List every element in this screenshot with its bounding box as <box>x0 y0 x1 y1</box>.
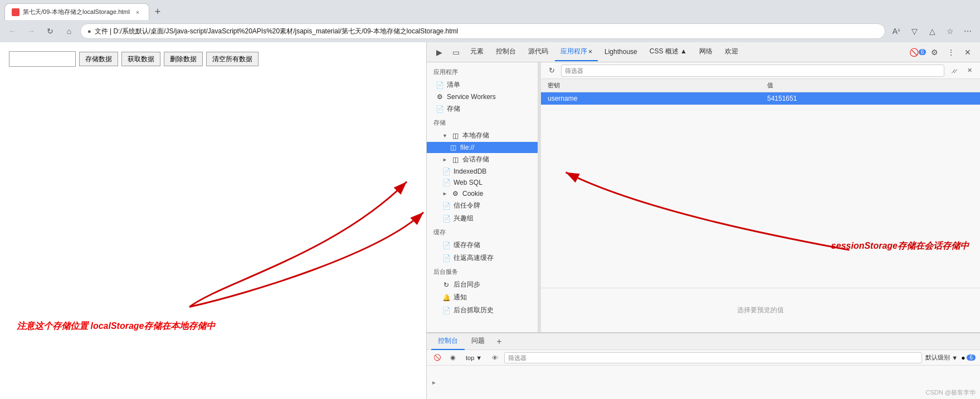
sidebar-section-cache: 缓存 <box>427 225 538 239</box>
delete-btn[interactable]: 删除数据 <box>164 52 203 66</box>
browser-actions: Aꜜ ▽ △ ☆ ⋯ <box>889 23 976 39</box>
sidebar-item-manifest[interactable]: 📄 清单 <box>427 78 538 91</box>
console-tab-add[interactable]: + <box>491 334 507 349</box>
sidebar-item-back-forward-cache[interactable]: 📄 往返高速缓存 <box>427 252 538 264</box>
gear-icon: ⚙ <box>436 93 443 101</box>
console-filter-toggle[interactable]: ◉ <box>447 352 459 364</box>
sidebar-item-trust-tokens[interactable]: 📄 信任令牌 <box>427 199 538 212</box>
forward-btn[interactable]: → <box>23 23 39 39</box>
tab-application-close[interactable]: × <box>588 43 592 61</box>
tab-application[interactable]: 应用程序 × <box>555 43 598 61</box>
url-text: 文件 | D:/系统默认/桌面/JS/java-script/JavaScrip… <box>95 27 878 36</box>
gear-icon-cookie: ⚙ <box>451 190 459 198</box>
row-value: 54151651 <box>760 92 980 105</box>
profile-btn[interactable]: △ <box>924 23 940 39</box>
favorites-btn[interactable]: ☆ <box>942 23 958 39</box>
clear-btn[interactable]: 清空所有数据 <box>206 52 259 66</box>
home-btn[interactable]: ⌂ <box>61 23 77 39</box>
new-tab-btn[interactable]: + <box>149 3 166 20</box>
sidebar-item-file[interactable]: ◫ file:// <box>427 142 538 153</box>
sidebar-item-web-sql[interactable]: 📄 Web SQL <box>427 177 538 188</box>
tab-sources[interactable]: 源代码 <box>523 43 554 61</box>
storage-table: 密钥 值 username 54151651 <box>541 79 980 288</box>
console-arrow-icon: ► <box>431 380 437 386</box>
sidebar-item-cache-storage[interactable]: 📄 缓存存储 <box>427 239 538 252</box>
console-level-select[interactable]: 默认级别 ▼ <box>925 353 958 362</box>
filter-bar: ↻ ⌭ ✕ <box>541 62 980 79</box>
filter-clear-btn[interactable]: ⌭ <box>948 65 960 77</box>
sidebar-item-notifications[interactable]: 🔔 通知 <box>427 291 538 304</box>
cycle-icon: ↻ <box>442 281 450 289</box>
webpage-content: 54151651 存储数据 获取数据 删除数据 清空所有数据 注意这个存储位置 … <box>0 42 426 399</box>
tab-css-overview[interactable]: CSS 概述 ▲ <box>644 43 693 61</box>
console-eye-btn[interactable]: 👁 <box>489 352 501 364</box>
console-content[interactable]: ► <box>427 366 980 399</box>
doc-icon-2: 📄 <box>436 105 443 113</box>
sidebar-item-session-storage[interactable]: ► ◫ 会话存储 <box>427 153 538 166</box>
filter-delete-btn[interactable]: ✕ <box>963 65 976 77</box>
tab-console[interactable]: 控制台 <box>490 43 521 61</box>
storage-input[interactable]: 54151651 <box>9 51 76 67</box>
tab-welcome[interactable]: 欢迎 <box>719 43 744 61</box>
doc-icon: 📄 <box>436 81 443 89</box>
reload-btn[interactable]: ↻ <box>42 23 58 39</box>
get-btn[interactable]: 获取数据 <box>121 52 160 66</box>
devtools-settings-btn[interactable]: ⚙ <box>927 45 942 60</box>
devtools-main-content: ↻ ⌭ ✕ 密钥 值 <box>541 62 980 332</box>
expand-arrow-right: ► <box>442 157 448 162</box>
console-error-badge: 6 <box>967 354 976 361</box>
devtools-inspect-btn[interactable]: ▶ <box>431 45 447 60</box>
sidebar-item-service-workers[interactable]: ⚙ Service Workers <box>427 91 538 102</box>
sidebar-item-background-sync[interactable]: ↻ 后台同步 <box>427 278 538 291</box>
row-key: username <box>541 92 760 105</box>
filter-input[interactable] <box>561 65 944 77</box>
browser-tab[interactable]: 第七天/09-本地存储之localStorage.html × <box>4 3 149 20</box>
tab-elements[interactable]: 元素 <box>465 43 489 61</box>
aa-btn[interactable]: Aꜜ <box>889 23 904 39</box>
console-tab-console[interactable]: 控制台 <box>431 333 465 350</box>
sidebar-item-indexeddb[interactable]: 📄 IndexedDB <box>427 166 538 177</box>
save-btn[interactable]: 存储数据 <box>79 52 118 66</box>
sidebar-item-background-fetch[interactable]: 📄 后台抓取历史 <box>427 304 538 317</box>
console-filter-input[interactable] <box>504 352 922 363</box>
menu-btn[interactable]: ⋯ <box>960 23 976 39</box>
annotation-local-storage: 注意这个存储位置 localStorage存储在本地存储中 <box>17 321 215 332</box>
refresh-btn[interactable]: ↻ <box>545 65 558 77</box>
table-row-empty <box>541 105 980 110</box>
doc-icon-cache: 📄 <box>442 242 450 249</box>
devtools-sidebar: 应用程序 📄 清单 ⚙ Service Workers 📄 存储 存储 <box>427 62 538 332</box>
sidebar-item-interest-groups[interactable]: 📄 兴趣组 <box>427 212 538 225</box>
doc-icon-interest: 📄 <box>442 215 450 223</box>
sidebar-item-cookie[interactable]: ► ⚙ Cookie <box>427 188 538 199</box>
sidebar-item-local-storage[interactable]: ▼ ◫ 本地存储 <box>427 129 538 142</box>
url-lock-icon: ● <box>87 28 91 35</box>
console-clear-btn[interactable]: 🚫 <box>431 352 443 364</box>
col-value: 值 <box>760 79 980 92</box>
url-bar[interactable]: ● 文件 | D:/系统默认/桌面/JS/java-script/JavaScr… <box>80 23 885 39</box>
devtools-device-btn[interactable]: ▭ <box>448 45 464 60</box>
console-context-select[interactable]: top ▼ <box>462 353 485 362</box>
expand-arrow-down: ▼ <box>442 133 448 139</box>
back-btn[interactable]: ← <box>4 23 20 39</box>
table-icon-file: ◫ <box>449 144 457 151</box>
watermark: CSDN @极客李华 <box>926 388 976 397</box>
table-row[interactable]: username 54151651 <box>541 92 980 105</box>
devtools-badge[interactable]: 🚫 6 <box>910 45 925 60</box>
sidebar-item-storage-app[interactable]: 📄 存储 <box>427 102 538 115</box>
console-tab-issues[interactable]: 问题 <box>465 333 491 350</box>
console-badge-area: ● 6 <box>961 354 976 362</box>
webpage-toolbar: 54151651 存储数据 获取数据 删除数据 清空所有数据 <box>9 51 417 67</box>
console-tabs: 控制台 问题 + <box>427 333 980 350</box>
preview-label: 选择要预览的值 <box>737 306 784 315</box>
preview-section: 选择要预览的值 <box>541 288 980 332</box>
expand-arrow-cookie: ► <box>442 191 448 196</box>
tab-network[interactable]: 网络 <box>694 43 718 61</box>
doc-icon-indexed: 📄 <box>442 168 450 175</box>
devtools-close-btn[interactable]: ✕ <box>960 45 976 60</box>
tab-lighthouse[interactable]: Lighthouse <box>599 43 643 61</box>
devtools-topbar: ▶ ▭ 元素 控制台 源代码 应用程序 × Lighthouse <box>427 42 980 62</box>
tab-title: 第七天/09-本地存储之localStorage.html <box>23 8 130 16</box>
devtools-more-btn[interactable]: ⋮ <box>943 45 959 60</box>
extensions-btn[interactable]: ▽ <box>906 23 922 39</box>
tab-close-btn[interactable]: × <box>133 8 142 17</box>
